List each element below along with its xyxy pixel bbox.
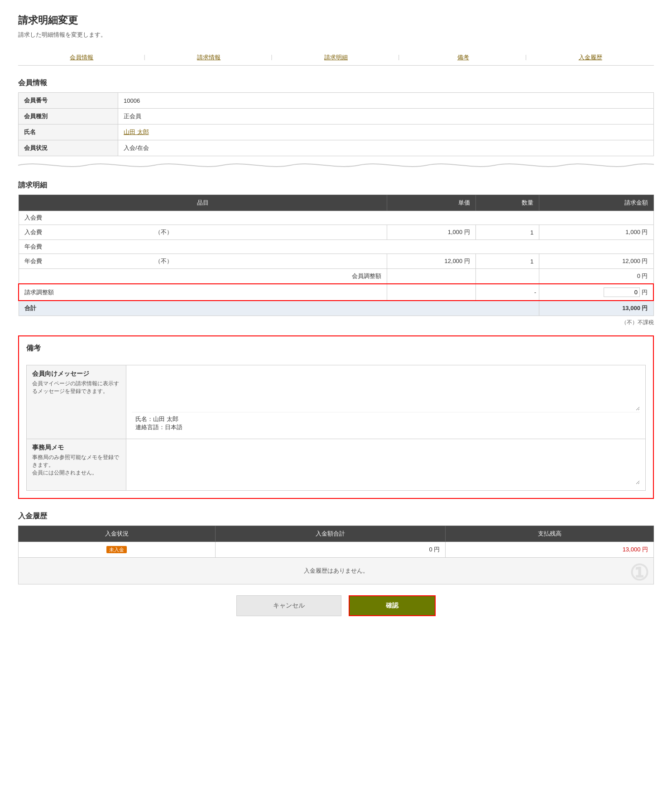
col-item: 品目 <box>19 195 387 211</box>
member-adjustment-value: 0 円 <box>539 269 653 284</box>
office-memo-row: 事務局メモ 事務局のみ参照可能なメモを登録できます。 会員には公開されません。 <box>27 439 646 491</box>
invoice-detail-title: 請求明細 <box>18 181 654 190</box>
member-message-row: 会員向けメッセージ 会員マイページの請求情報に表示するメッセージを登録できます。… <box>27 365 646 439</box>
nav-tabs: 会員情報 請求情報 請求明細 備考 入金履歴 <box>18 50 654 66</box>
office-memo-main-label: 事務局メモ <box>32 444 120 452</box>
group-annual-fee-label: 年会費 <box>19 240 653 254</box>
col-payment-balance: 支払残高 <box>446 526 654 542</box>
request-adjustment-unit-price <box>387 284 475 301</box>
request-adjustment-row: 請求調整額 - 円 <box>19 284 653 301</box>
group-annual-fee: 年会費 <box>19 240 653 254</box>
member-message-meta-name: 氏名：山田 太郎 <box>135 415 636 423</box>
entrance-fee-amount: 1,000 円 <box>539 225 653 240</box>
tab-member-info[interactable]: 会員情報 <box>18 50 145 65</box>
annual-fee-tax: （不） <box>155 258 173 264</box>
payment-history-table: 入金状況 入金額合計 支払残高 未入金 0 円 13,000 円 入金履歴はあり… <box>18 526 654 584</box>
tax-note: （不）不課税 <box>18 319 654 326</box>
member-number-value: 10006 <box>118 93 654 109</box>
col-quantity: 数量 <box>475 195 539 211</box>
entrance-fee-name: 入会費 （不） <box>19 225 387 240</box>
col-payment-total: 入金額合計 <box>215 526 445 542</box>
payment-total-cell: 0 円 <box>215 542 445 558</box>
page-title: 請求明細変更 <box>18 14 654 27</box>
member-message-meta: 氏名：山田 太郎 連絡言語：日本語 <box>132 412 640 434</box>
request-adjustment-input[interactable] <box>604 287 640 297</box>
annual-fee-unit-price: 12,000 円 <box>387 254 475 269</box>
member-adjustment-quantity <box>475 269 539 284</box>
biko-title: 備考 <box>26 344 646 353</box>
entrance-fee-tax: （不） <box>155 229 173 235</box>
entrance-fee-quantity: 1 <box>475 225 539 240</box>
entrance-fee-row: 入会費 （不） 1,000 円 1 1,000 円 <box>19 225 653 240</box>
member-status-label: 会員状況 <box>19 140 118 156</box>
member-message-textarea[interactable] <box>132 370 640 411</box>
member-number-row: 会員番号 10006 <box>19 93 654 109</box>
entrance-fee-unit-price: 1,000 円 <box>387 225 475 240</box>
wavy-separator <box>18 161 654 170</box>
total-label: 合計 <box>19 301 539 316</box>
cancel-button[interactable]: キャンセル <box>236 595 341 616</box>
annual-fee-row: 年会費 （不） 12,000 円 1 12,000 円 <box>19 254 653 269</box>
no-history-cell: 入金履歴はありません。 ① <box>19 558 654 584</box>
annual-fee-amount: 12,000 円 <box>539 254 653 269</box>
payment-balance-cell: 13,000 円 <box>446 542 654 558</box>
confirm-button[interactable]: 確認 <box>349 595 436 616</box>
no-history-row: 入金履歴はありません。 ① <box>19 558 654 584</box>
member-adjustment-label: 会員調整額 <box>19 269 387 284</box>
biko-table: 会員向けメッセージ 会員マイページの請求情報に表示するメッセージを登録できます。… <box>26 365 646 491</box>
office-memo-label-cell: 事務局メモ 事務局のみ参照可能なメモを登録できます。 会員には公開されません。 <box>27 439 126 491</box>
member-name-row: 氏名 山田 太郎 <box>19 124 654 140</box>
page-subtitle: 請求した明細情報を変更します。 <box>18 31 654 39</box>
group-entrance-fee: 入会費 <box>19 211 653 225</box>
col-unit-price: 単価 <box>387 195 475 211</box>
member-name-label: 氏名 <box>19 124 118 140</box>
total-value: 13,000 円 <box>539 301 653 316</box>
member-message-main-label: 会員向けメッセージ <box>32 370 120 378</box>
office-memo-sub-label: 事務局のみ参照可能なメモを登録できます。 会員には公開されません。 <box>32 454 120 477</box>
member-type-value: 正会員 <box>118 109 654 124</box>
member-adjustment-row: 会員調整額 0 円 <box>19 269 653 284</box>
no-history-watermark: ① <box>629 562 649 584</box>
member-number-label: 会員番号 <box>19 93 118 109</box>
payment-status-cell: 未入金 <box>19 542 216 558</box>
annual-fee-name: 年会費 （不） <box>19 254 387 269</box>
request-adjustment-amount-cell: 円 <box>539 284 653 301</box>
group-entrance-fee-label: 入会費 <box>19 211 653 225</box>
no-history-message: 入金履歴はありません。 <box>304 567 369 574</box>
col-payment-status: 入金状況 <box>19 526 216 542</box>
total-row: 合計 13,000 円 <box>19 301 653 316</box>
col-amount: 請求金額 <box>539 195 653 211</box>
member-status-row: 会員状況 入会/在会 <box>19 140 654 156</box>
member-message-label-cell: 会員向けメッセージ 会員マイページの請求情報に表示するメッセージを登録できます。 <box>27 365 126 439</box>
member-adjustment-unit-price <box>387 269 475 284</box>
tab-invoice-detail[interactable]: 請求明細 <box>273 50 400 65</box>
member-info-title: 会員情報 <box>18 78 654 88</box>
tab-payment-history[interactable]: 入金履歴 <box>527 50 654 65</box>
request-adjustment-label: 請求調整額 <box>19 284 387 301</box>
member-type-label: 会員種別 <box>19 109 118 124</box>
office-memo-content-cell <box>126 439 646 491</box>
biko-section: 備考 会員向けメッセージ 会員マイページの請求情報に表示するメッセージを登録でき… <box>18 335 654 499</box>
member-type-row: 会員種別 正会員 <box>19 109 654 124</box>
payment-history-title: 入金履歴 <box>18 512 654 521</box>
invoice-header-row: 品目 単価 数量 請求金額 <box>19 195 653 211</box>
member-name-value[interactable]: 山田 太郎 <box>118 124 654 140</box>
member-status-value: 入会/在会 <box>118 140 654 156</box>
payment-header-row: 入金状況 入金額合計 支払残高 <box>19 526 654 542</box>
tab-biko[interactable]: 備考 <box>399 50 527 65</box>
request-adjustment-unit: 円 <box>642 288 648 297</box>
member-message-content-cell: 氏名：山田 太郎 連絡言語：日本語 <box>126 365 646 439</box>
payment-data-row: 未入金 0 円 13,000 円 <box>19 542 654 558</box>
button-row: キャンセル 確認 <box>18 595 654 616</box>
unpaid-badge: 未入金 <box>106 546 127 553</box>
member-info-table: 会員番号 10006 会員種別 正会員 氏名 山田 太郎 会員状況 入会/在会 <box>18 92 654 156</box>
annual-fee-quantity: 1 <box>475 254 539 269</box>
invoice-table: 品目 単価 数量 請求金額 入会費 入会費 （不） 1,000 円 1 <box>18 195 654 316</box>
tab-invoice-info[interactable]: 請求情報 <box>145 50 273 65</box>
request-adjustment-quantity: - <box>475 284 539 301</box>
member-message-meta-language: 連絡言語：日本語 <box>135 423 636 431</box>
office-memo-textarea[interactable] <box>132 444 640 484</box>
member-message-sub-label: 会員マイページの請求情報に表示するメッセージを登録できます。 <box>32 380 120 395</box>
